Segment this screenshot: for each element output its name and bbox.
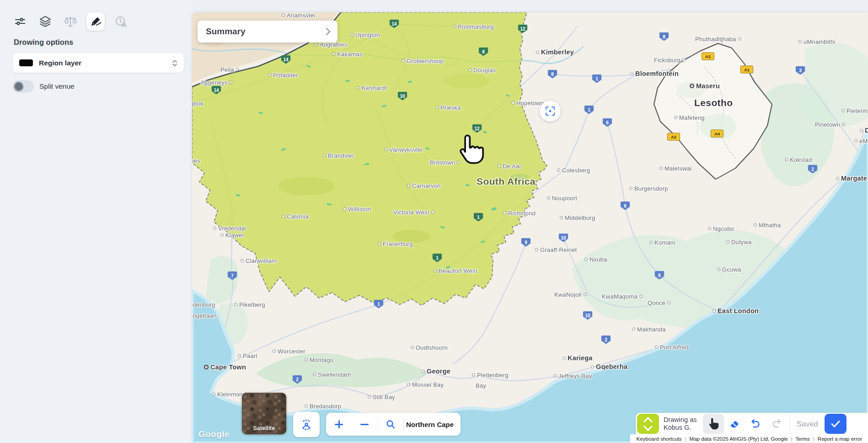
scale-icon[interactable] bbox=[61, 12, 80, 31]
chevron-right-icon bbox=[323, 28, 331, 36]
section-title: Drowing options bbox=[14, 38, 73, 47]
select-chevrons-icon bbox=[172, 59, 177, 67]
highlighter-icon[interactable] bbox=[86, 12, 105, 31]
keyboard-shortcuts-link[interactable]: Keyboard shortcuts bbox=[633, 436, 685, 442]
zoom-out-button[interactable] bbox=[352, 413, 377, 436]
redo-icon bbox=[771, 418, 782, 430]
map-attribution: Keyboard shortcuts|Map data ©2025 AfriGI… bbox=[630, 434, 868, 443]
scan-icon bbox=[545, 106, 556, 117]
drawing-toolbar: Drawing as Kobus G. Saved bbox=[636, 413, 868, 435]
sidebar-toolbar bbox=[11, 12, 130, 31]
app-window: Drowing options Region layer Split venue bbox=[0, 0, 868, 443]
map-canvas[interactable] bbox=[192, 12, 868, 443]
check-icon bbox=[830, 418, 841, 429]
satellite-label: Satellite bbox=[242, 425, 286, 432]
history-clock-icon[interactable] bbox=[112, 12, 130, 31]
undo-icon bbox=[750, 418, 761, 430]
eraser-tool-button[interactable] bbox=[724, 414, 745, 434]
region-layer-select[interactable]: Region layer bbox=[13, 53, 184, 73]
map-data-copyright: Map data ©2025 AfriGIS (Pty) Ltd, Google bbox=[686, 436, 791, 442]
google-logo[interactable]: Google bbox=[198, 429, 230, 439]
zoom-search-bar: Northern Cape bbox=[326, 413, 461, 436]
region-layer-label: Region layer bbox=[39, 59, 172, 67]
plus-icon bbox=[335, 420, 343, 428]
split-venue-row: Split venue bbox=[13, 80, 75, 92]
search-icon bbox=[386, 419, 396, 429]
drawing-as-line1: Drawing as bbox=[664, 416, 703, 424]
drawing-as-label: Drawing as Kobus G. bbox=[664, 416, 703, 432]
locate-person-icon bbox=[300, 419, 312, 431]
split-venue-label: Split venue bbox=[39, 82, 75, 91]
layer-color-swatch bbox=[19, 59, 33, 66]
drawing-as-user: Kobus G. bbox=[664, 424, 703, 432]
sidebar: Drowing options Region layer Split venue bbox=[0, 0, 192, 443]
satellite-view-toggle[interactable]: Satellite bbox=[242, 393, 286, 434]
zoom-in-button[interactable] bbox=[326, 413, 352, 436]
split-venue-toggle[interactable] bbox=[13, 80, 33, 92]
terms-link[interactable]: Terms bbox=[793, 436, 813, 442]
divider bbox=[790, 414, 790, 434]
layers-icon[interactable] bbox=[36, 12, 54, 31]
save-status: Saved bbox=[797, 420, 818, 428]
scan-region-button[interactable] bbox=[540, 101, 561, 122]
redo-button[interactable] bbox=[766, 414, 787, 434]
undo-button[interactable] bbox=[745, 414, 766, 434]
summary-panel[interactable]: Summary bbox=[198, 21, 338, 43]
confirm-button[interactable] bbox=[825, 414, 847, 434]
report-map-error-link[interactable]: Report a map error bbox=[814, 436, 865, 442]
map-panel: AriamsvleiUpingtonAugrabiesKakamasPostma… bbox=[192, 12, 868, 443]
locate-button[interactable] bbox=[293, 412, 320, 437]
sliders-icon[interactable] bbox=[11, 12, 29, 31]
hand-tool-button[interactable] bbox=[703, 414, 724, 434]
current-region-name: Northern Cape bbox=[404, 421, 461, 428]
search-button[interactable] bbox=[378, 413, 403, 436]
expand-collapse-button[interactable] bbox=[637, 414, 659, 434]
hand-icon bbox=[708, 417, 719, 430]
toggle-knob bbox=[14, 82, 23, 91]
summary-title: Summary bbox=[206, 27, 324, 37]
minus-icon bbox=[360, 420, 369, 428]
eraser-icon bbox=[729, 418, 740, 430]
